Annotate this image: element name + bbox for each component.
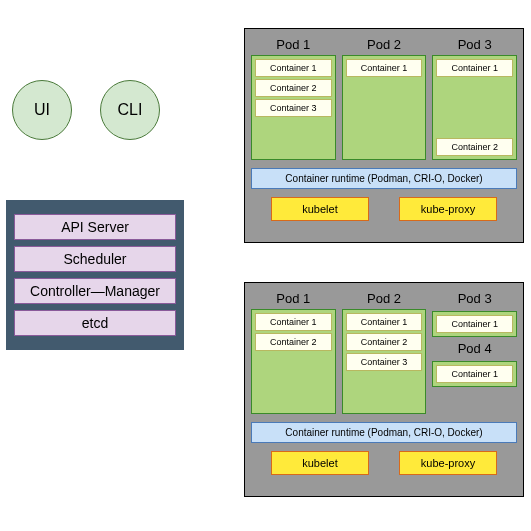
pod-box: Container 1	[342, 55, 427, 160]
pods-row: Pod 1 Container 1 Container 2 Container …	[251, 35, 517, 160]
pod-label: Pod 2	[342, 289, 427, 309]
pod-3: Pod 3 Container 1 Container 2	[432, 35, 517, 160]
pod-box: Container 1	[432, 361, 517, 387]
kube-proxy: kube-proxy	[399, 451, 497, 475]
cli-client: CLI	[100, 80, 160, 140]
ui-client: UI	[12, 80, 72, 140]
container: Container 3	[346, 353, 423, 371]
pods-row: Pod 1 Container 1 Container 2 Pod 2 Cont…	[251, 289, 517, 414]
container-runtime: Container runtime (Podman, CRI-O, Docker…	[251, 422, 517, 443]
controller-manager: Controller—Manager	[14, 278, 176, 304]
etcd: etcd	[14, 310, 176, 336]
pod-box: Container 1 Container 2 Container 3	[342, 309, 427, 414]
kubelet: kubelet	[271, 197, 369, 221]
pod-label: Pod 3	[432, 289, 517, 309]
kubelet: kubelet	[271, 451, 369, 475]
container-runtime: Container runtime (Podman, CRI-O, Docker…	[251, 168, 517, 189]
pod-2: Pod 2 Container 1	[342, 35, 427, 160]
container: Container 1	[436, 59, 513, 77]
container: Container 1	[255, 313, 332, 331]
container: Container 1	[436, 315, 513, 333]
scheduler: Scheduler	[14, 246, 176, 272]
agents-row: kubelet kube-proxy	[251, 197, 517, 221]
pod-1: Pod 1 Container 1 Container 2 Container …	[251, 35, 336, 160]
worker-node-2: Pod 1 Container 1 Container 2 Pod 2 Cont…	[244, 282, 524, 497]
container: Container 1	[346, 313, 423, 331]
pod-box: Container 1	[432, 311, 517, 337]
worker-node-1: Pod 1 Container 1 Container 2 Container …	[244, 28, 524, 243]
container: Container 2	[255, 79, 332, 97]
container: Container 1	[255, 59, 332, 77]
cli-label: CLI	[118, 101, 143, 119]
pod-label: Pod 3	[432, 35, 517, 55]
pod-3-4: Pod 3 Container 1 Pod 4 Container 1	[432, 289, 517, 414]
pod-label: Pod 2	[342, 35, 427, 55]
api-server: API Server	[14, 214, 176, 240]
container: Container 3	[255, 99, 332, 117]
pod-label: Pod 4	[432, 339, 517, 359]
ui-label: UI	[34, 101, 50, 119]
kube-proxy: kube-proxy	[399, 197, 497, 221]
pod-1: Pod 1 Container 1 Container 2	[251, 289, 336, 414]
container: Container 1	[436, 365, 513, 383]
pod-box: Container 1 Container 2	[251, 309, 336, 414]
pod-label: Pod 1	[251, 35, 336, 55]
container: Container 2	[346, 333, 423, 351]
agents-row: kubelet kube-proxy	[251, 451, 517, 475]
container: Container 2	[255, 333, 332, 351]
pod-box: Container 1 Container 2	[432, 55, 517, 160]
container: Container 2	[436, 138, 513, 156]
pod-label: Pod 1	[251, 289, 336, 309]
pod-box: Container 1 Container 2 Container 3	[251, 55, 336, 160]
pod-2: Pod 2 Container 1 Container 2 Container …	[342, 289, 427, 414]
control-plane: API Server Scheduler Controller—Manager …	[6, 200, 184, 350]
container: Container 1	[346, 59, 423, 77]
